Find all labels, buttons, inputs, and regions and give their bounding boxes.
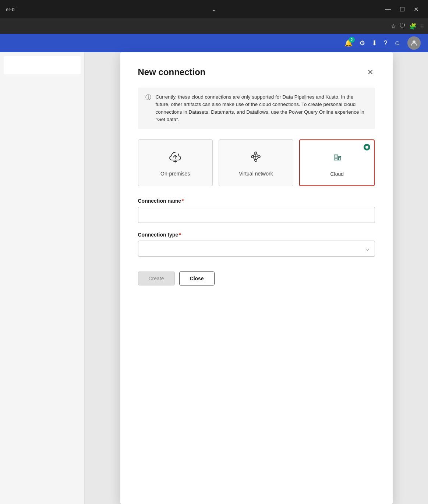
connection-type-required: * — [179, 232, 181, 238]
create-button[interactable]: Create — [138, 271, 175, 285]
browser-center-controls: ⌄ — [209, 4, 219, 14]
connection-type-cards: On-premises Virtual network — [138, 139, 375, 186]
maximize-button[interactable]: ☐ — [396, 4, 408, 14]
notifications-button[interactable]: 🔔 2 — [344, 39, 353, 47]
virtual-network-icon — [249, 150, 262, 166]
connection-type-label: Connection type* — [138, 232, 375, 238]
app-header: 🔔 2 ⚙ ⬇ ? ☺ — [0, 34, 428, 52]
virtual-network-label: Virtual network — [239, 170, 273, 178]
avatar[interactable] — [407, 36, 421, 50]
virtual-network-card[interactable]: Virtual network — [219, 139, 293, 186]
modal-close-button[interactable]: ✕ — [366, 67, 375, 77]
browser-menu-icon[interactable]: ≡ — [420, 23, 424, 29]
window-controls: — ☐ ✕ — [381, 4, 422, 14]
help-button[interactable]: ? — [384, 39, 388, 47]
new-connection-modal: New connection ✕ ⓘ Currently, these clou… — [120, 52, 393, 504]
selected-dot-inner — [365, 146, 368, 149]
on-premises-icon — [169, 150, 182, 166]
chevron-down-icon[interactable]: ⌄ — [209, 4, 219, 14]
info-box: ⓘ Currently, these cloud connections are… — [138, 88, 375, 129]
modal-header: New connection ✕ — [138, 67, 375, 77]
info-icon: ⓘ — [145, 94, 151, 102]
connection-name-input[interactable] — [138, 207, 375, 223]
connection-name-group: Connection name* — [138, 198, 375, 223]
on-premises-card[interactable]: On-premises — [138, 139, 213, 186]
svg-rect-5 — [334, 155, 338, 160]
cloud-icon — [330, 150, 344, 166]
main-layout: New connection ✕ ⓘ Currently, these clou… — [0, 52, 428, 504]
cloud-label: Cloud — [330, 171, 344, 178]
connection-name-label: Connection name* — [138, 198, 375, 204]
connection-name-required: * — [182, 198, 184, 204]
connection-type-select[interactable] — [138, 241, 375, 257]
bookmark-icon[interactable]: ☆ — [391, 23, 396, 30]
extensions-icon[interactable]: 🧩 — [409, 23, 417, 30]
close-button[interactable]: Close — [179, 271, 215, 285]
modal-title: New connection — [138, 67, 206, 77]
info-text: Currently, these cloud connections are o… — [156, 93, 368, 123]
close-window-button[interactable]: ✕ — [410, 4, 422, 14]
settings-button[interactable]: ⚙ — [359, 39, 365, 47]
sidebar-search-box — [4, 56, 81, 74]
dialog-area: New connection ✕ ⓘ Currently, these clou… — [85, 52, 428, 504]
download-button[interactable]: ⬇ — [372, 39, 377, 47]
selected-indicator — [364, 144, 370, 150]
minimize-button[interactable]: — — [381, 4, 395, 14]
browser-tab-title: er-bi — [6, 7, 15, 12]
on-premises-label: On-premises — [160, 170, 190, 178]
modal-footer: Create Close — [138, 271, 375, 285]
url-bar-icons: ☆ 🛡 🧩 ≡ — [391, 23, 424, 30]
feedback-button[interactable]: ☺ — [394, 39, 401, 47]
browser-chrome: er-bi ⌄ — ☐ ✕ — [0, 0, 428, 18]
notification-badge: 2 — [349, 37, 355, 43]
connection-type-group: Connection type* ⌄ — [138, 232, 375, 257]
connection-type-select-wrapper: ⌄ — [138, 241, 375, 257]
sidebar — [0, 52, 85, 504]
svg-rect-12 — [339, 157, 340, 158]
shield-icon[interactable]: 🛡 — [400, 23, 406, 29]
cloud-card[interactable]: Cloud — [299, 139, 375, 186]
url-bar-area: ☆ 🛡 🧩 ≡ — [0, 18, 428, 34]
